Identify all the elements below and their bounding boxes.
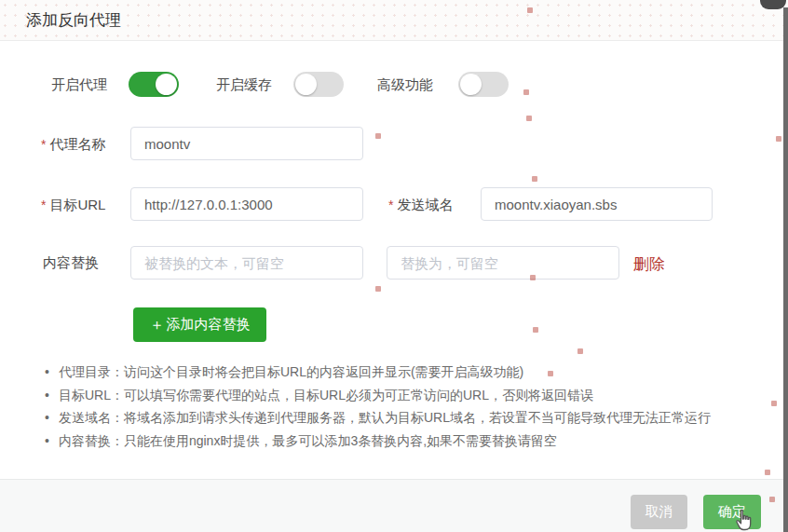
artifact (526, 116, 532, 121)
send-domain-input[interactable] (481, 187, 713, 221)
hand-cursor-icon (733, 509, 755, 532)
proxy-name-label: *代理名称 (41, 136, 105, 154)
enable-cache-label: 开启缓存 (216, 76, 272, 94)
dialog-header: 添加反向代理 (0, 0, 788, 41)
required-mark: * (41, 137, 46, 152)
toggle-knob (295, 74, 317, 95)
replace-search-input[interactable] (130, 246, 363, 280)
artifact (527, 7, 533, 13)
toggle-knob (460, 74, 482, 95)
proxy-name-input[interactable] (130, 127, 363, 160)
replace-with-input[interactable] (387, 246, 619, 280)
plus-icon: ＋ (150, 318, 165, 333)
note-send-domain: 发送域名：将域名添加到请求头传递到代理服务器，默认为目标URL域名，若设置不当可… (43, 406, 711, 430)
note-target-url: 目标URL：可以填写你需要代理的站点，目标URL必须为可正常访问的URL，否则将… (43, 384, 711, 407)
help-notes: 代理目录：访问这个目录时将会把目标URL的内容返回并显示(需要开启高级功能) 目… (43, 361, 711, 452)
artifact (765, 470, 770, 475)
artifact (523, 89, 529, 95)
cancel-button[interactable]: 取消 (631, 495, 687, 529)
content-replace-label: 内容替换 (43, 254, 99, 272)
artifact (530, 275, 536, 280)
target-url-input[interactable] (130, 187, 363, 221)
artifact (375, 133, 381, 139)
delete-replace-link[interactable]: 删除 (633, 253, 665, 275)
required-mark: * (41, 198, 46, 212)
add-content-replace-button[interactable]: ＋添加内容替换 (133, 307, 266, 342)
enable-cache-toggle[interactable] (293, 72, 344, 97)
advanced-features-label: 高级功能 (377, 76, 433, 94)
target-url-label: *目标URL (41, 197, 105, 214)
scrollbar[interactable] (783, 7, 788, 532)
note-proxy-dir: 代理目录：访问这个目录时将会把目标URL的内容返回并显示(需要开启高级功能) (43, 361, 711, 384)
artifact (577, 348, 583, 354)
artifact (532, 176, 537, 182)
artifact (771, 401, 777, 406)
artifact (548, 371, 553, 376)
required-mark: * (388, 198, 393, 212)
enable-proxy-toggle[interactable] (129, 72, 179, 97)
scrollbar-cap (760, 0, 786, 9)
advanced-features-toggle[interactable] (458, 72, 509, 97)
send-domain-label: *发送域名 (388, 197, 453, 214)
artifact (769, 497, 775, 502)
artifact (533, 327, 538, 333)
enable-proxy-label: 开启代理 (51, 76, 107, 94)
artifact (776, 136, 781, 142)
artifact (375, 286, 381, 292)
dialog-footer: 取消 确定 (0, 479, 788, 532)
page-title: 添加反向代理 (26, 0, 121, 41)
toggle-knob (156, 74, 177, 95)
add-content-replace-label: 添加内容替换 (167, 316, 251, 334)
note-content-replace: 内容替换：只能在使用nginx时提供，最多可以添加3条替换内容,如果不需要替换请… (43, 430, 711, 453)
